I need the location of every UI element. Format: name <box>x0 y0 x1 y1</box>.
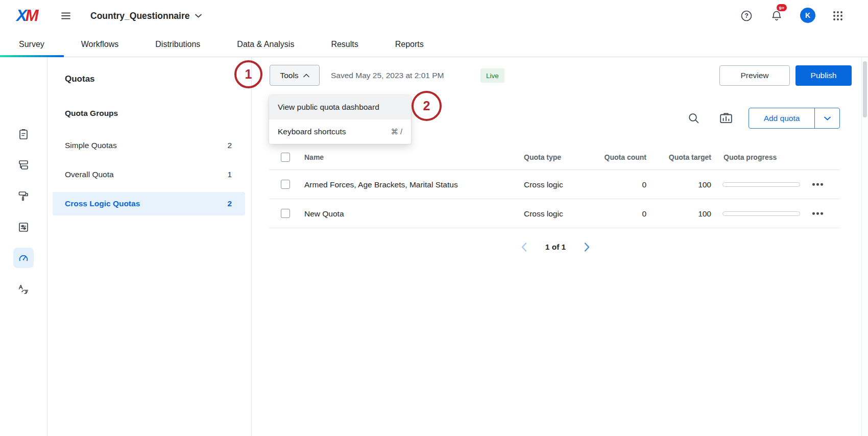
chevron-down-icon <box>824 116 831 120</box>
tab-results[interactable]: Results <box>331 40 358 49</box>
quota-count: 0 <box>642 170 646 199</box>
column-header-quota-type: Quota type <box>524 144 561 170</box>
column-header-name: Name <box>304 144 324 170</box>
page-indicator: 1 of 1 <box>545 243 566 252</box>
rail-item-look-and-feel[interactable] <box>13 186 34 206</box>
quota-target: 100 <box>698 170 711 199</box>
annotation-step-2: 2 <box>412 91 442 121</box>
previous-page-button[interactable] <box>517 240 531 254</box>
survey-options-icon <box>17 221 30 233</box>
add-quota-button[interactable]: Add quota <box>749 108 814 128</box>
chevron-up-icon <box>303 74 309 78</box>
menu-item-shortcut: ⌘ / <box>391 128 402 136</box>
quota-progress-bar <box>722 211 800 216</box>
search-button[interactable] <box>687 111 701 126</box>
hamburger-menu-button[interactable] <box>60 10 72 21</box>
survey-flow-icon <box>17 159 30 171</box>
add-quota-split-button: Add quota <box>749 108 840 129</box>
quota-count: 0 <box>642 199 646 228</box>
search-icon <box>687 112 701 125</box>
menu-item-label: View public quota dashboard <box>278 103 379 112</box>
quota-type: Cross logic <box>524 199 563 228</box>
preview-button[interactable]: Preview <box>719 65 790 86</box>
notification-count-badge: 9+ <box>777 4 787 11</box>
tools-button[interactable]: Tools <box>270 65 320 86</box>
group-count: 2 <box>227 199 232 208</box>
tools-button-label: Tools <box>280 71 298 80</box>
next-page-button[interactable] <box>581 240 594 254</box>
group-label: Overall Quota <box>65 170 114 179</box>
annotation-step-1-number: 1 <box>245 67 252 82</box>
rail-item-survey-builder[interactable] <box>13 124 34 144</box>
top-bar: XM Country_Questionnaire ? 9+ K <box>0 0 868 32</box>
column-header-quota-progress: Quota progress <box>724 144 777 170</box>
public-dashboard-button[interactable] <box>718 110 734 127</box>
tab-reports[interactable]: Reports <box>395 40 424 49</box>
group-item-overall-quota[interactable]: Overall Quota 1 <box>53 163 245 186</box>
tab-data-analysis[interactable]: Data & Analysis <box>237 40 294 49</box>
left-icon-rail <box>0 57 47 436</box>
quota-name: New Quota <box>304 199 344 228</box>
menu-item-label: Keyboard shortcuts <box>278 127 346 136</box>
saved-status-text: Saved May 25, 2023 at 2:01 PM <box>331 71 444 80</box>
select-all-checkbox[interactable] <box>281 153 290 162</box>
tab-workflows[interactable]: Workflows <box>81 40 119 49</box>
chevron-left-icon <box>521 243 527 252</box>
notifications-button[interactable] <box>770 10 783 22</box>
quotas-sidebar: Quotas Quota Groups Simple Quotas 2 Over… <box>47 57 252 436</box>
group-item-simple-quotas[interactable]: Simple Quotas 2 <box>53 134 245 157</box>
rail-item-quotas[interactable] <box>13 248 34 268</box>
xm-logo-m: M <box>26 7 37 25</box>
group-count: 1 <box>227 170 232 179</box>
tools-dropdown-menu: View public quota dashboard Keyboard sho… <box>269 95 411 144</box>
row-actions-button[interactable] <box>809 209 826 218</box>
svg-text:?: ? <box>744 12 749 19</box>
scrollbar-track[interactable] <box>861 57 868 436</box>
app-window: XM Country_Questionnaire ? 9+ K <box>0 0 868 436</box>
group-count: 2 <box>227 141 232 150</box>
survey-title: Country_Questionnaire <box>90 11 189 21</box>
tab-survey[interactable]: Survey <box>19 40 44 49</box>
annotation-step-2-number: 2 <box>423 99 430 113</box>
row-checkbox[interactable] <box>281 209 290 218</box>
row-actions-button[interactable] <box>809 180 826 189</box>
bell-icon <box>770 10 783 22</box>
rail-item-translations[interactable] <box>13 279 34 300</box>
tab-distributions[interactable]: Distributions <box>155 40 200 49</box>
paint-roller-icon <box>17 190 30 202</box>
xm-logo-x: X <box>16 7 26 25</box>
quota-target: 100 <box>698 199 711 228</box>
group-label: Cross Logic Quotas <box>65 199 140 208</box>
quota-progress-bar <box>722 182 800 187</box>
row-checkbox[interactable] <box>281 180 290 189</box>
menu-item-view-public-quota-dashboard[interactable]: View public quota dashboard <box>269 95 411 119</box>
avatar[interactable]: K <box>800 8 815 23</box>
translations-icon <box>17 283 30 296</box>
table-row[interactable]: New Quota Cross logic 0 100 <box>269 199 840 228</box>
apps-grid-icon <box>833 11 843 21</box>
avatar-initial: K <box>805 11 810 19</box>
quota-table-header: Name Quota type Quota count Quota target… <box>269 144 840 170</box>
group-item-cross-logic-quotas[interactable]: Cross Logic Quotas 2 <box>53 192 245 215</box>
column-header-quota-target: Quota target <box>669 144 711 170</box>
chevron-right-icon <box>584 243 590 252</box>
help-button[interactable]: ? <box>740 10 753 22</box>
quota-name: Armed Forces, Age Brackets, Marital Stat… <box>304 170 458 199</box>
scrollbar-thumb[interactable] <box>863 61 867 117</box>
rail-item-survey-options[interactable] <box>13 217 34 237</box>
chevron-down-icon <box>195 14 202 18</box>
rail-item-survey-flow[interactable] <box>13 155 34 175</box>
quota-type: Cross logic <box>524 170 563 199</box>
apps-grid-button[interactable] <box>832 10 843 21</box>
quota-groups-heading: Quota Groups <box>65 109 118 118</box>
sidebar-title: Quotas <box>65 74 95 84</box>
add-quota-dropdown-button[interactable] <box>815 108 839 128</box>
menu-item-keyboard-shortcuts[interactable]: Keyboard shortcuts ⌘ / <box>269 119 411 144</box>
survey-builder-icon <box>17 128 30 140</box>
xm-logo[interactable]: XM <box>16 7 37 25</box>
hamburger-icon <box>60 10 71 21</box>
survey-title-dropdown[interactable]: Country_Questionnaire <box>90 0 202 32</box>
table-row[interactable]: Armed Forces, Age Brackets, Marital Stat… <box>269 170 840 199</box>
publish-button[interactable]: Publish <box>795 65 852 86</box>
column-header-quota-count: Quota count <box>605 144 646 170</box>
